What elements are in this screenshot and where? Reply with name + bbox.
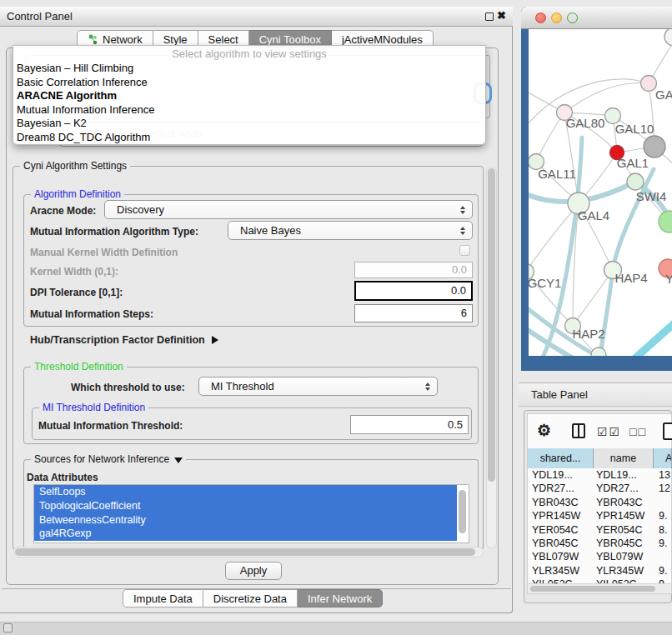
- data-attributes-list[interactable]: SelfLoopsTopologicalCoefficientBetweenne…: [33, 484, 469, 543]
- network-node[interactable]: [627, 173, 644, 190]
- network-node-label: GAL4: [578, 208, 609, 222]
- mi-steps-field[interactable]: 6: [354, 304, 473, 322]
- manual-kernel-label: Manual Kernel Width Definition: [30, 247, 178, 258]
- network-edge-highlighted[interactable]: [630, 321, 672, 356]
- dropdown-item[interactable]: ARACNE Algorithm: [13, 89, 485, 103]
- list-scrollbar[interactable]: [459, 490, 466, 533]
- close-icon[interactable]: ✖: [497, 9, 506, 22]
- control-panel-titlebar: [0, 7, 513, 27]
- network-node[interactable]: [591, 348, 606, 356]
- kernel-width-field[interactable]: 0.0: [354, 262, 473, 278]
- which-threshold-label: Which threshold to use:: [71, 382, 185, 393]
- dropdown-item[interactable]: Bayesian – K2: [13, 117, 485, 131]
- settings-hscrollbar-thumb[interactable]: [15, 548, 475, 556]
- combobox-arrows-icon: [460, 206, 465, 214]
- table-row[interactable]: YPR145WYPR145W9.: [528, 509, 672, 522]
- tab-impute-data[interactable]: Impute Data: [123, 589, 203, 608]
- attribute-item-selected[interactable]: gal4RGexp: [34, 527, 457, 541]
- settings-vscrollbar-thumb[interactable]: [488, 168, 495, 482]
- manual-kernel-checkbox[interactable]: [459, 245, 470, 256]
- network-node[interactable]: [659, 211, 672, 232]
- table-row[interactable]: YDL19...YDL19...13: [528, 468, 672, 482]
- control-panel-title: Control Panel: [7, 10, 73, 22]
- data-attributes-label: Data Attributes: [27, 472, 98, 483]
- mi-type-value: Naive Bayes: [240, 224, 301, 237]
- table-hscrollbar-thumb[interactable]: [530, 586, 655, 592]
- dropdown-item[interactable]: Mutual Information Inference: [13, 103, 485, 118]
- cyni-settings-legend: Cyni Algorithm Settings: [20, 160, 130, 172]
- table-row[interactable]: YBL079WYBL079W: [528, 550, 672, 563]
- minimize-traffic-light-icon[interactable]: [551, 12, 562, 23]
- tab-infer-network[interactable]: Infer Network: [298, 589, 383, 608]
- dropdown-item[interactable]: Basic Correlation Inference: [13, 76, 485, 90]
- split-columns-icon[interactable]: [572, 423, 585, 438]
- algorithm-dropdown-prompt: Select algorithm to view settings: [13, 46, 485, 62]
- table-cell: YBR043C: [532, 496, 579, 509]
- attribute-item-selected[interactable]: BetweennessCentrality: [34, 513, 457, 528]
- network-node[interactable]: [644, 136, 665, 158]
- table-cell: YBR045C: [596, 537, 643, 550]
- threshold-definition-legend: Threshold Definition: [31, 361, 127, 372]
- network-node-label: SWI4: [636, 189, 667, 203]
- table-row[interactable]: YBR045CYBR045C9.: [528, 537, 672, 550]
- sources-legend-text: Sources for Network Inference: [34, 453, 169, 465]
- table-cell: 8.: [659, 523, 667, 537]
- network-edge[interactable]: [564, 82, 649, 112]
- table-row[interactable]: YDR27...YDR27...12: [528, 482, 672, 495]
- mi-type-label: Mutual Information Algorithm Type:: [30, 226, 198, 238]
- unchecked-pair-icon[interactable]: □□: [629, 425, 647, 438]
- gear-icon[interactable]: ⚙: [537, 421, 551, 440]
- float-window-icon[interactable]: [485, 12, 494, 21]
- dropdown-item[interactable]: Dream8 DC_TDC Algorithm: [13, 131, 485, 145]
- document-icon[interactable]: [663, 422, 672, 440]
- network-node-label: GCY1: [529, 276, 561, 290]
- dpi-tolerance-field[interactable]: 0.0: [354, 281, 473, 301]
- table-cell: YER054C: [532, 523, 579, 537]
- status-strip: [0, 622, 672, 635]
- table-cell: YDL19...: [596, 468, 637, 482]
- aracne-mode-value: Discovery: [117, 203, 164, 216]
- dropdown-item[interactable]: Bayesian – Hill Climbing: [13, 62, 485, 76]
- tab-discretize-data[interactable]: Discretize Data: [203, 589, 298, 608]
- combobox-arrows-icon: [425, 382, 430, 391]
- apply-button[interactable]: Apply: [225, 562, 282, 580]
- table-row[interactable]: YER054CYER054C8.: [528, 523, 672, 537]
- network-node[interactable]: [664, 29, 672, 46]
- mi-threshold-field[interactable]: 0.5: [350, 415, 469, 434]
- table-cell: YBR043C: [596, 496, 643, 509]
- mi-type-combobox[interactable]: Naive Bayes: [228, 221, 473, 240]
- attribute-item-selected[interactable]: SelfLoops: [34, 485, 457, 499]
- network-node-label: HAP4: [614, 271, 647, 285]
- table-cell: YPR145W: [532, 509, 580, 522]
- network-tab-icon: [88, 34, 98, 45]
- which-threshold-combobox[interactable]: MI Threshold: [198, 377, 438, 396]
- table-cell: 12: [659, 482, 670, 495]
- network-canvas[interactable]: GAL80GAL10GAL1GAL11SWI4GAL4GCY1HAP4YHAP2…: [529, 29, 672, 356]
- sources-legend[interactable]: Sources for Network Inference: [31, 453, 186, 465]
- table-cell: YBL079W: [532, 550, 579, 563]
- network-edge[interactable]: [536, 112, 564, 162]
- mi-threshold-legend: MI Threshold Definition: [39, 402, 148, 413]
- table-row[interactable]: YLR345WYLR345W9.: [528, 564, 672, 578]
- aracne-mode-combobox[interactable]: Discovery: [104, 200, 473, 219]
- table-hscrollbar[interactable]: [528, 583, 671, 593]
- table-row[interactable]: YBR043CYBR043C: [528, 496, 672, 509]
- table-cell: YLR345W: [532, 564, 579, 578]
- column-header-shared-name[interactable]: shared...: [528, 448, 594, 468]
- network-graph[interactable]: GAL80GAL10GAL1GAL11SWI4GAL4GCY1HAP4YHAP2…: [529, 29, 672, 356]
- network-node[interactable]: [641, 76, 657, 92]
- table-cell: YER054C: [596, 523, 643, 537]
- mi-steps-label: Mutual Information Steps:: [30, 308, 153, 320]
- zoom-traffic-light-icon[interactable]: [567, 12, 578, 23]
- close-traffic-light-icon[interactable]: [535, 12, 546, 23]
- column-header-name[interactable]: name: [594, 448, 654, 468]
- checked-pair-icon[interactable]: ☑☑: [597, 425, 621, 438]
- table-cell: YDR27...: [596, 482, 639, 495]
- table-cell: 9.: [659, 509, 667, 522]
- attribute-item-selected[interactable]: TopologicalCoefficient: [34, 499, 457, 513]
- panel-corner-icon[interactable]: [3, 623, 13, 632]
- table-cell: YDL19...: [532, 468, 573, 482]
- aracne-mode-label: Aracne Mode:: [30, 205, 96, 217]
- column-header-partial[interactable]: A: [654, 448, 672, 468]
- hub-section-toggle[interactable]: Hub/Transcription Factor Definition: [30, 334, 218, 346]
